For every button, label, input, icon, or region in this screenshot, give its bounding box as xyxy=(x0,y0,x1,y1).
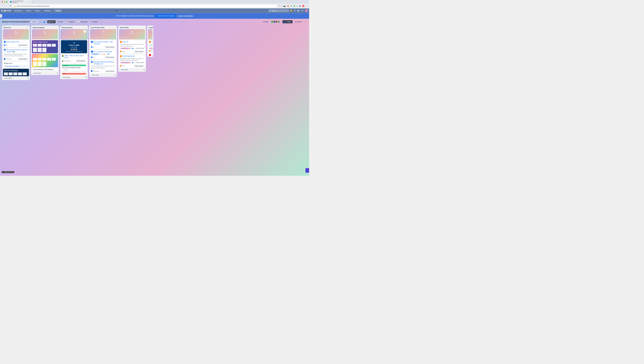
view-switcher-button[interactable]: ⌄ xyxy=(100,20,103,23)
maximize-window-button[interactable] xyxy=(6,1,7,2)
member-avatar[interactable] xyxy=(278,20,280,23)
list-name[interactable]: Follow Up Items xyxy=(62,27,73,28)
extensions-icon[interactable]: 🧩 xyxy=(293,5,295,7)
open-preview-button[interactable]: Open preview xyxy=(105,46,115,48)
card[interactable]: Request card📋 This card is a template. xyxy=(3,62,29,68)
list-name[interactable]: Compl xyxy=(149,27,153,28)
card[interactable]: Team '23Trello PEU pod will be owning th… xyxy=(119,40,145,54)
card[interactable]: New Hire Onboarding xyxy=(3,69,29,76)
install-icon[interactable]: ⊕ xyxy=(290,5,292,7)
cover-card[interactable]: 5Resources xyxy=(3,29,29,40)
create-from-template-button[interactable]: Create board from template xyxy=(156,14,176,18)
bookmark-icon[interactable]: ☆ xyxy=(281,5,282,7)
workspaces-menu[interactable]: Workspaces ⌄ xyxy=(13,9,25,12)
card-template-button[interactable]: ⧉ xyxy=(57,72,58,74)
minimize-window-button[interactable] xyxy=(4,1,5,2)
list-name[interactable]: Important Boards xyxy=(33,27,45,28)
list-name[interactable]: Team Tickets xyxy=(120,27,129,28)
filters-button[interactable]: ⚲Filters xyxy=(262,20,270,23)
theme-icon[interactable]: ▦ xyxy=(297,9,300,12)
trello-logo[interactable]: Trello xyxy=(4,10,11,12)
card-template-button[interactable]: ⧉ xyxy=(144,69,145,71)
list-menu-button[interactable]: ⋯ xyxy=(85,26,87,28)
card[interactable]: JWM + Trello for Cole's call on 6/1/23Go… xyxy=(61,54,87,63)
address-bar[interactable]: 🔒 trello.com/b/AurZ4aYr/demo-productivit… xyxy=(13,5,277,8)
card[interactable]: Lea xyxy=(148,53,153,56)
code-icon[interactable]: </> xyxy=(300,9,304,12)
card[interactable]: Demo Project | FormJiraOpen preview xyxy=(3,40,29,47)
profile-avatar[interactable] xyxy=(302,5,305,8)
card[interactable]: ▲Trello & JWMJune 1, 2023Work Management… xyxy=(61,40,87,53)
status-badge[interactable]: PLANNING ⌄ xyxy=(91,53,100,55)
card[interactable]: WM4A EnablementStandardizing PMM enablem… xyxy=(119,54,145,68)
recent-menu[interactable]: Recent ⌄ xyxy=(25,9,34,12)
cover-card[interactable]: 5Follow Up Items✎ xyxy=(61,29,87,40)
user-avatar[interactable] xyxy=(305,9,308,12)
create-button[interactable]: Create xyxy=(55,9,62,12)
extension-icon-1[interactable]: 🦊 xyxy=(287,5,289,7)
add-card-button[interactable]: +Add a card⧉ xyxy=(2,76,30,80)
list-name[interactable]: Cross-Product Work xyxy=(91,27,104,28)
close-tab-button[interactable]: ✕ xyxy=(29,1,30,2)
card[interactable]: Trello Marketing: PMM Biweekly… xyxy=(32,68,58,71)
list-menu-button[interactable]: ⋯ xyxy=(153,26,155,28)
add-card-button[interactable]: +Add a card⧉ xyxy=(60,75,88,79)
list-menu-button[interactable]: ⋯ xyxy=(114,26,116,28)
board-title[interactable]: (Demo) Productivity Dashboard xyxy=(2,21,30,23)
card[interactable]: ≡Really Big Impressive Marketing Campaig… xyxy=(90,60,116,73)
edit-card-button[interactable]: ✎ xyxy=(84,30,86,33)
card[interactable]: ✓DP-3: Customer TestimonialsPLANNING ⌄≡ … xyxy=(90,50,116,59)
browser-menu-button[interactable]: ⋮ xyxy=(306,5,308,7)
cover-card[interactable]: 7Cross-Product Work xyxy=(90,29,116,40)
cover-card[interactable]: 5Team Boards xyxy=(32,29,58,40)
open-preview-button[interactable]: Open preview xyxy=(105,70,115,72)
list-menu-button[interactable]: ⋯ xyxy=(56,26,58,28)
cover-card[interactable]: 2Team Tickets xyxy=(119,29,145,40)
reload-button[interactable]: ⟳ xyxy=(9,4,11,8)
status-badge[interactable]: COMPLETED 🎉 xyxy=(120,48,131,49)
cover-card[interactable]: Compl xyxy=(148,29,153,40)
browser-tab[interactable]: ⊞ (Demo) Productivity Dashboa ✕ xyxy=(9,0,31,4)
open-preview-button[interactable]: Open preview xyxy=(18,44,28,46)
back-button[interactable]: ← xyxy=(1,4,4,8)
explore-templates-link[interactable]: Explore more templates xyxy=(178,15,193,17)
add-card-button[interactable]: +Add a card⧉ xyxy=(31,71,59,75)
forward-button[interactable]: → xyxy=(5,4,8,8)
add-card-button[interactable]: +Add a card⧉ xyxy=(89,73,117,77)
tab-list-button[interactable]: ⌄ xyxy=(306,1,307,2)
reading-list-icon[interactable]: ≡ xyxy=(297,5,298,7)
board-members[interactable] xyxy=(272,20,280,23)
list-name[interactable]: Resources xyxy=(4,27,11,28)
visibility-button[interactable]: 👥 xyxy=(43,20,47,23)
list-menu-button[interactable]: ⋯ xyxy=(143,26,145,28)
dashboard-view-button[interactable]: 📊Dashboard xyxy=(77,20,89,23)
sidebar-toggle-button[interactable]: › xyxy=(0,14,2,18)
close-window-button[interactable] xyxy=(2,1,3,2)
card-template-button[interactable]: ⧉ xyxy=(28,77,29,79)
list-menu-button[interactable]: ⋯ xyxy=(27,26,29,28)
camera-icon[interactable]: 📷 xyxy=(283,5,286,7)
templates-menu[interactable]: Templates ⌄ xyxy=(43,9,54,12)
lists-container[interactable]: Resources⋯5ResourcesDemo Project | FormJ… xyxy=(0,25,309,176)
open-preview-button[interactable]: Open preview xyxy=(105,56,115,58)
open-preview-button[interactable]: Open preview xyxy=(76,60,86,62)
card-template-button[interactable]: ⧉ xyxy=(86,76,87,78)
app-switcher-icon[interactable] xyxy=(1,10,3,12)
card[interactable]: ASAP xyxy=(61,72,87,75)
card-label[interactable]: ASAP xyxy=(62,73,86,75)
card[interactable]: ≡The Glorious Guide to Corporate Acronym… xyxy=(3,48,29,61)
card-label[interactable]: Evergreen xyxy=(62,65,86,66)
card[interactable]: Weekly Team Meetings xyxy=(32,54,58,67)
share-button[interactable]: 👤+Share xyxy=(283,20,292,23)
board-menu-button[interactable]: ⋯ xyxy=(304,20,307,24)
table-view-button[interactable]: ⊞Table xyxy=(57,20,64,23)
status-badge[interactable]: COMPL xyxy=(149,48,153,49)
search-input[interactable]: 🔍 Search xyxy=(269,9,289,12)
collapse-panel-button[interactable]: ‹ xyxy=(305,168,309,173)
sidepanel-icon[interactable]: ◨ xyxy=(299,5,300,7)
add-card-button[interactable]: +Add a card⧉ xyxy=(118,68,146,72)
status-badge[interactable]: COMPLETED 🎉 xyxy=(120,62,131,64)
notifications-icon[interactable]: 🔔 xyxy=(289,9,293,12)
open-preview-button[interactable]: Open preview xyxy=(134,50,144,53)
help-icon[interactable]: ⓘ xyxy=(293,9,296,12)
